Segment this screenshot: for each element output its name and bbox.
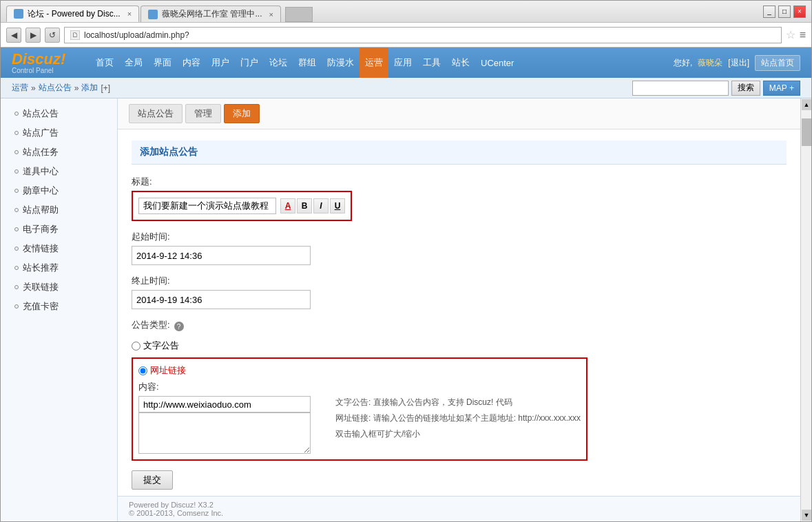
sidebar-item-siteannounce[interactable]: 站点公告	[1, 104, 117, 123]
toolbar-b-btn[interactable]: B	[297, 198, 312, 213]
url-group-box: 网址链接 内容:	[132, 357, 587, 461]
submit-button[interactable]: 提交	[132, 470, 173, 490]
dot-icon	[14, 304, 19, 309]
menu-icon[interactable]: ≡	[800, 29, 806, 41]
username-text[interactable]: 薇晓朵	[698, 57, 722, 69]
tab-2[interactable]: 薇晓朵网络工作室 管理中... ×	[140, 6, 281, 22]
help-icon[interactable]: ?	[174, 322, 184, 331]
end-label: 终止时间:	[132, 275, 787, 287]
nav-tools[interactable]: 工具	[417, 48, 446, 78]
search-input[interactable]	[632, 81, 729, 96]
end-time-input[interactable]	[132, 290, 311, 309]
dot-icon	[14, 150, 19, 154]
tab-2-close[interactable]: ×	[269, 10, 273, 19]
content-textarea[interactable]	[138, 413, 311, 454]
tab-manage[interactable]: 管理	[185, 104, 221, 123]
scrollbar[interactable]: ▲ ▼	[800, 98, 811, 521]
content-url-input[interactable]	[138, 396, 311, 413]
breadcrumb-add[interactable]: 添加	[81, 82, 98, 94]
maximize-btn[interactable]: □	[778, 6, 791, 18]
title-toolbar: A B I U	[280, 198, 345, 213]
title-field-group: 标题: A B I U	[132, 176, 787, 221]
sidebar-item-props[interactable]: 道具中心	[1, 162, 117, 181]
nav-ucenter[interactable]: UCenter	[475, 48, 519, 78]
nav-content[interactable]: 内容	[177, 48, 206, 78]
minimize-btn[interactable]: _	[763, 6, 775, 18]
content-tab-row: 站点公告 管理 添加	[118, 98, 800, 129]
nav-sitemaster[interactable]: 站长	[446, 48, 475, 78]
top-right: 您好, 薇晓朵 [退出] 站点首页	[674, 55, 800, 71]
sidebar-item-sitetask[interactable]: 站点任务	[1, 143, 117, 162]
forward-btn[interactable]: ▶	[25, 28, 41, 43]
sidebar-item-friendlinks[interactable]: 友情链接	[1, 239, 117, 258]
dot-icon	[14, 131, 19, 135]
sidebar-item-relatedlinks[interactable]: 关联链接	[1, 278, 117, 297]
form-area: 添加站点公告 标题: A B I U	[118, 129, 800, 496]
sidebar-item-ecommerce[interactable]: 电子商务	[1, 220, 117, 239]
content-row: 文字公告: 直接输入公告内容，支持 Discuz! 代码 网址链接: 请输入公告…	[138, 396, 581, 454]
back-btn[interactable]: ◀	[6, 28, 21, 43]
scroll-thumb[interactable]	[802, 118, 811, 146]
tab-icon-1	[14, 9, 23, 19]
start-time-input[interactable]	[132, 246, 311, 265]
nav-home[interactable]: 首页	[90, 48, 119, 78]
tab-add[interactable]: 添加	[224, 104, 260, 123]
sidebar-item-recharge[interactable]: 充值卡密	[1, 297, 117, 316]
nav-antispam[interactable]: 防漫水	[322, 48, 360, 78]
toolbar-i-btn[interactable]: I	[313, 198, 329, 213]
map-button[interactable]: MAP +	[763, 81, 800, 96]
hint3: 双击输入框可扩大/缩小	[335, 428, 581, 441]
nav-operation[interactable]: 运营	[360, 48, 388, 78]
sidebar-item-medals[interactable]: 勋章中心	[1, 181, 117, 200]
breadcrumb-plus[interactable]: [+]	[101, 83, 110, 93]
sidebar-item-help[interactable]: 站点帮助	[1, 200, 117, 220]
logo-area: Discuz! Control Panel	[12, 52, 74, 74]
breadcrumb-operation[interactable]: 运营	[12, 82, 28, 94]
page-icon: 🗋	[70, 30, 80, 40]
search-button[interactable]: 搜索	[731, 81, 760, 96]
logout-link[interactable]: [退出]	[728, 57, 749, 69]
refresh-btn[interactable]: ↺	[45, 28, 60, 43]
bookmark-icon[interactable]: ☆	[786, 28, 795, 41]
nav-forum[interactable]: 论坛	[264, 48, 293, 78]
dot-icon	[14, 266, 19, 270]
radio-url-input[interactable]	[138, 366, 147, 375]
nav-group[interactable]: 群组	[293, 48, 322, 78]
close-btn[interactable]: ×	[793, 6, 806, 18]
nav-apps[interactable]: 应用	[388, 48, 417, 78]
tab-announce[interactable]: 站点公告	[129, 104, 183, 123]
app-container: Discuz! Control Panel 首页 全局 界面 内容 用户 门户 …	[1, 48, 811, 521]
radio-text-input[interactable]	[132, 342, 140, 351]
window-controls: _ □ ×	[763, 6, 806, 18]
scroll-up[interactable]: ▲	[802, 99, 811, 110]
url-bar[interactable]: 🗋 localhost/upload/admin.php?	[64, 27, 782, 43]
breadcrumb-announce[interactable]: 站点公告	[39, 82, 72, 94]
scroll-down[interactable]: ▼	[802, 510, 811, 521]
nav-users[interactable]: 用户	[206, 48, 235, 78]
sidebar-item-recommend[interactable]: 站长推荐	[1, 258, 117, 278]
toolbar-a-btn[interactable]: A	[280, 198, 295, 213]
top-nav: Discuz! Control Panel 首页 全局 界面 内容 用户 门户 …	[1, 48, 811, 78]
radio-url[interactable]: 网址链接	[138, 364, 581, 377]
content-field: 内容: 文字公告: 直接输入公告内容，支持 Discuz! 代码 网址链接: 请…	[138, 381, 581, 454]
hint-text: 文字公告: 直接输入公告内容，支持 Discuz! 代码 网址链接: 请输入公告…	[335, 396, 581, 441]
toolbar-u-btn[interactable]: U	[330, 198, 345, 213]
nav-global[interactable]: 全局	[119, 48, 148, 78]
tab-1[interactable]: 论坛 - Powered by Disc... ×	[6, 6, 139, 22]
nav-portal[interactable]: 门户	[235, 48, 264, 78]
dot-icon	[14, 189, 19, 193]
sidebar-item-siteads[interactable]: 站点广告	[1, 123, 117, 143]
sub-nav: 运营 » 站点公告 » 添加 [+] 搜索 MAP +	[1, 78, 811, 98]
radio-group: 文字公告	[132, 340, 787, 352]
type-label: 公告类型:	[132, 319, 170, 331]
content-label: 内容:	[138, 381, 581, 393]
nav-interface[interactable]: 界面	[148, 48, 177, 78]
start-time-group: 起始时间:	[132, 231, 787, 265]
tab-1-close[interactable]: ×	[127, 10, 132, 18]
radio-text[interactable]: 文字公告	[132, 340, 179, 352]
form-title: 添加站点公告	[132, 140, 787, 165]
type-label-row: 公告类型: ?	[132, 319, 787, 334]
site-home-btn[interactable]: 站点首页	[755, 55, 800, 71]
tab-1-label: 论坛 - Powered by Disc...	[28, 8, 121, 20]
title-input[interactable]	[138, 198, 276, 214]
